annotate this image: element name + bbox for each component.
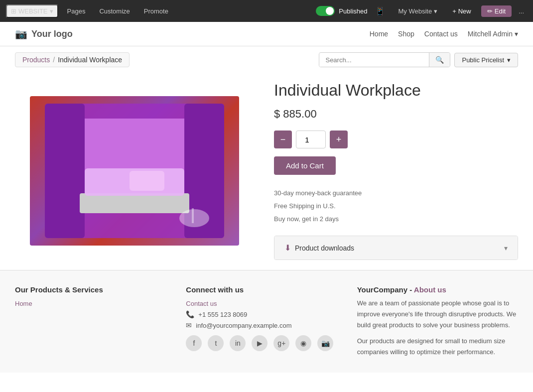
youtube-icon[interactable]: ▶ [252,335,267,351]
phone-icon: 📞 [186,310,194,318]
footer-connect-title: Connect with us [186,285,347,294]
logo[interactable]: 📷 Your logo [15,28,73,40]
nav-home[interactable]: Home [370,30,388,38]
product-title: Individual Workplace [274,81,518,100]
github-icon[interactable]: ◉ [295,335,311,351]
breadcrumb-separator: / [53,56,55,64]
nav-shop[interactable]: Shop [398,30,414,38]
footer-phone-number: +1 555 123 8069 [198,311,247,318]
footer-col-connect: Connect with us Contact us 📞 +1 555 123 … [186,285,347,363]
admin-caret-icon: ▾ [515,30,518,38]
search-area: 🔍 Public Pricelist ▾ [319,52,518,67]
published-label: Published [339,7,367,15]
footer-home-link[interactable]: Home [15,300,176,307]
product-illustration [30,99,239,243]
my-website-button[interactable]: My Website ▾ [393,5,442,17]
main-header: 📷 Your logo Home Shop Contact us Mitchel… [0,22,533,46]
product-features: 30-day money-back guarantee Free Shippin… [274,187,518,226]
footer-phone: 📞 +1 555 123 8069 [186,310,347,318]
product-section: Individual Workplace $ 885.00 − + Add to… [0,71,533,270]
product-price: $ 885.00 [274,108,518,121]
promote-button[interactable]: Promote [139,5,173,17]
product-image [30,96,239,246]
published-toggle-area: Published [316,6,367,16]
customize-button[interactable]: Customize [94,5,134,17]
footer-col-company: YourCompany - About us We are a team of … [357,285,518,363]
footer-col-products: Our Products & Services Home [15,285,176,363]
footer-products-title: Our Products & Services [15,285,176,294]
camera-icon: 📷 [15,28,27,40]
breadcrumb: Products / Individual Workplace [15,52,130,67]
footer: Our Products & Services Home Connect wit… [0,270,533,373]
footer-company-name: YourCompany - About us [357,285,518,294]
search-input[interactable] [319,53,429,67]
product-info: Individual Workplace $ 885.00 − + Add to… [274,81,518,260]
breadcrumb-products-link[interactable]: Products [22,56,50,64]
footer-text-2: Our products are designed for small to m… [357,336,518,358]
svg-point-7 [179,209,209,227]
top-navigation: ⊞ WEBSITE ▾ Pages Customize Promote Publ… [0,0,533,22]
product-downloads-header[interactable]: ⬇ Product downloads ▾ [274,236,518,260]
header-navigation: Home Shop Contact us Mitchell Admin ▾ [370,30,518,38]
logo-label: Your logo [31,29,73,39]
envelope-icon: ✉ [186,321,192,329]
download-icon: ⬇ [284,243,291,253]
new-label: New [458,7,471,15]
feature-guarantee: 30-day money-back guarantee [274,187,518,200]
edit-label: Edit [495,7,506,15]
quantity-row: − + [274,131,518,148]
pricelist-caret-icon: ▾ [507,56,511,64]
footer-text-1: We are a team of passionate people whose… [357,298,518,331]
quantity-increase-button[interactable]: + [330,131,348,148]
website-caret-icon: ▾ [50,7,53,15]
social-icons: f t in ▶ g+ ◉ 📷 [186,335,347,351]
quantity-input[interactable] [296,131,326,148]
pricelist-button[interactable]: Public Pricelist ▾ [454,53,518,67]
downloads-chevron-icon: ▾ [504,244,508,252]
breadcrumb-bar: Products / Individual Workplace 🔍 Public… [0,46,533,71]
twitter-icon[interactable]: t [208,335,224,351]
admin-label: Mitchell Admin [468,30,513,38]
feature-delivery: Buy now, get in 2 days [274,213,518,226]
website-menu-button[interactable]: ⊞ WEBSITE ▾ [6,4,58,18]
website-label: WEBSITE [18,7,48,15]
svg-rect-6 [130,171,164,191]
my-website-label: My Website [398,7,432,15]
svg-rect-2 [45,104,85,238]
footer-email-address: info@yourcompany.example.com [196,322,291,329]
product-downloads-section: ⬇ Product downloads ▾ [274,236,518,260]
search-button[interactable]: 🔍 [429,53,450,67]
pages-button[interactable]: Pages [62,5,91,17]
downloads-left: ⬇ Product downloads [284,243,354,253]
edit-button[interactable]: ✏ Edit [481,5,512,17]
instagram-icon[interactable]: 📷 [317,335,333,351]
grid-icon: ⊞ [11,7,16,15]
admin-dropdown[interactable]: Mitchell Admin ▾ [468,30,518,38]
downloads-label: Product downloads [295,244,354,252]
my-website-caret-icon: ▾ [434,7,437,15]
pencil-icon: ✏ [487,7,493,15]
add-to-cart-button[interactable]: Add to Cart [274,156,336,175]
quantity-decrease-button[interactable]: − [274,131,292,148]
new-button[interactable]: + New [446,5,477,17]
footer-email: ✉ info@yourcompany.example.com [186,321,347,329]
footer-contact-link[interactable]: Contact us [186,300,347,307]
pricelist-label: Public Pricelist [462,56,504,64]
more-options-button[interactable]: ... [516,5,527,17]
svg-rect-4 [80,193,189,213]
published-toggle-switch[interactable] [316,6,335,16]
feature-shipping: Free Shipping in U.S. [274,200,518,213]
facebook-icon[interactable]: f [186,335,202,351]
breadcrumb-current: Individual Workplace [58,56,122,64]
mobile-preview-button[interactable]: 📱 [371,4,389,18]
googleplus-icon[interactable]: g+ [273,335,289,351]
svg-rect-8 [192,208,194,223]
plus-icon: + [452,7,456,15]
linkedin-icon[interactable]: in [230,335,246,351]
product-image-area [15,81,254,260]
search-input-wrap: 🔍 [319,52,450,67]
footer-about-link[interactable]: About us [414,285,446,294]
nav-contact[interactable]: Contact us [424,30,458,38]
